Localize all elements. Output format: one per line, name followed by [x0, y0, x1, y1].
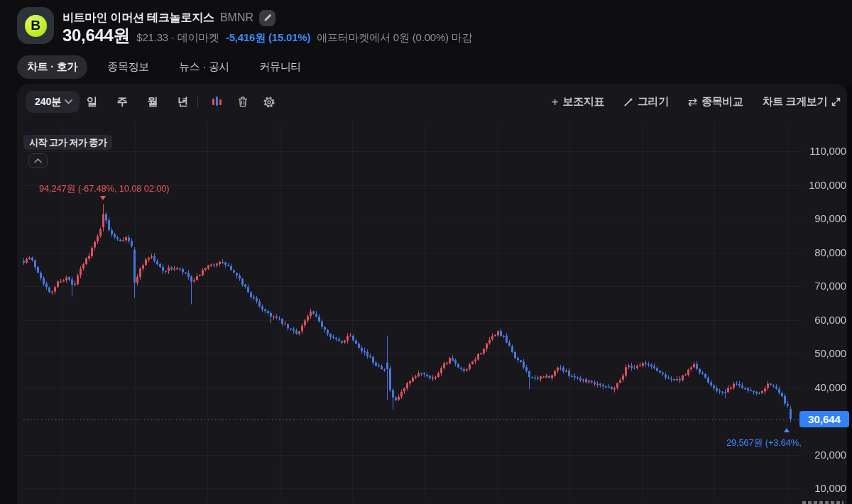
y-axis-tick: 20,000 [801, 449, 846, 461]
trash-icon [237, 96, 248, 108]
period-buttons: 일 주 월 년 [77, 91, 198, 113]
tab-community[interactable]: 커뮤니티 [249, 55, 311, 79]
interval-dropdown[interactable]: 240분 [26, 91, 80, 113]
chevron-up-icon [34, 158, 42, 163]
price-change: -5,416원 (15.01%) [226, 31, 310, 45]
clipped-axis-label [802, 501, 843, 504]
stock-title: 비트마인 이머션 테크놀로지스 [62, 11, 214, 26]
y-axis-tick: 80,000 [801, 246, 846, 258]
gear-icon [263, 96, 275, 109]
period-week-button[interactable]: 주 [107, 92, 138, 112]
y-axis-tick: 50,000 [801, 347, 846, 359]
current-price: 30,644원 [62, 24, 130, 47]
compare-label: 종목비교 [701, 95, 743, 109]
scrollbar-gutter[interactable] [847, 84, 852, 504]
tab-news-disclosure[interactable]: 뉴스 · 공시 [169, 55, 239, 79]
draw-button[interactable]: 그리기 [623, 95, 669, 109]
draw-label: 그리기 [638, 95, 669, 109]
stock-logo: B [17, 7, 54, 44]
stock-ticker: BMNR [220, 11, 253, 24]
collapse-legend-button[interactable] [28, 153, 48, 168]
y-axis-tick: 60,000 [801, 314, 846, 326]
pencil-icon [263, 13, 272, 22]
chart-settings-button[interactable] [261, 94, 277, 110]
after-market-status: 애프터마켓에서 0원 (0.00%) 마감 [317, 31, 472, 45]
high-marker-icon [100, 196, 106, 200]
current-price-badge: 30,644 [799, 411, 849, 427]
y-axis-tick: 110,000 [801, 145, 846, 157]
usd-price-market: $21.33 · 데이마켓 [136, 31, 219, 45]
tab-chart-quotes[interactable]: 차트 · 호가 [17, 55, 87, 79]
delete-drawings-button[interactable] [235, 94, 251, 110]
plus-icon: + [552, 96, 559, 108]
chart-type-button[interactable] [209, 94, 224, 110]
y-axis-tick: 100,000 [801, 179, 846, 191]
tab-stock-info[interactable]: 종목정보 [97, 55, 159, 79]
pen-icon [623, 97, 633, 107]
enlarge-chart-button[interactable]: 차트 크게보기 [763, 95, 841, 109]
toolbar-divider [197, 97, 198, 108]
period-day-button[interactable]: 일 [77, 92, 107, 112]
enlarge-label: 차트 크게보기 [763, 95, 827, 109]
ohlc-legend[interactable]: 시작 고가 저가 종가 [23, 135, 112, 150]
compare-button[interactable]: ⇄ 종목비교 [688, 95, 743, 109]
y-axis-tick: 90,000 [801, 212, 846, 224]
period-year-button[interactable]: 년 [168, 92, 198, 112]
add-indicator-label: 보조지표 [563, 95, 604, 109]
interval-label: 240분 [35, 96, 61, 109]
low-annotation: 29,567원 (+3.64%, [726, 437, 815, 449]
y-axis-tick: 70,000 [801, 280, 846, 292]
high-annotation: 94,247원 (-67.48%, 10.08 02:00) [39, 182, 169, 195]
expand-icon [831, 97, 841, 106]
add-indicator-button[interactable]: + 보조지표 [552, 95, 604, 109]
y-axis-tick: 40,000 [801, 381, 846, 393]
candlestick-chart-icon [212, 96, 222, 108]
compare-arrows-icon: ⇄ [688, 97, 697, 108]
logo-circle: B [25, 15, 47, 37]
y-axis-tick: 10,000 [801, 482, 846, 494]
low-marker-icon [784, 428, 790, 432]
chevron-down-icon [65, 99, 72, 104]
period-month-button[interactable]: 월 [137, 92, 168, 112]
tab-bar: 차트 · 호가 종목정보 뉴스 · 공시 커뮤니티 [17, 55, 311, 79]
logo-letter: B [31, 18, 40, 33]
